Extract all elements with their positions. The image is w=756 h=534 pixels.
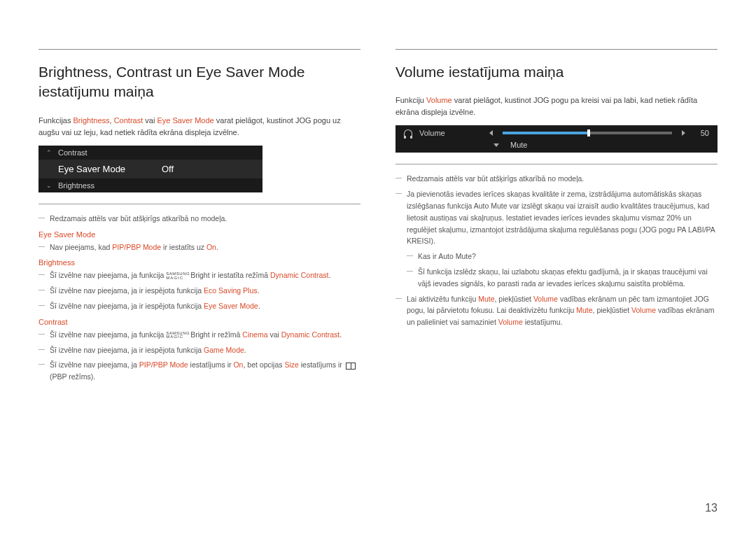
osd-main-value: Off <box>162 164 174 174</box>
chevron-down-icon: ⌄ <box>46 182 52 189</box>
volume-slider <box>503 132 672 134</box>
subhead-brightness: Brightness <box>38 258 360 267</box>
osd-bottom-label: Brightness <box>58 181 156 190</box>
note-brightness-1: Šī izvēlne nav pieejama, ja funkcija SAM… <box>38 269 360 281</box>
note-brightness-3: Šī izvēlne nav pieejama, ja ir iespējota… <box>38 300 360 312</box>
triangle-left-icon <box>489 130 493 136</box>
left-column: Brightness, Contrast un Eye Saver Mode i… <box>38 49 360 386</box>
subhead-contrast: Contrast <box>38 318 360 326</box>
note-model-vary-left: Redzamais attēls var būt atšķirīgs atkar… <box>38 213 360 225</box>
right-intro: Funkciju Volume varat pielāgot, kustinot… <box>396 94 718 118</box>
note-auto-mute-q: Kas ir Auto Mute? <box>407 251 718 262</box>
mute-row: Mute <box>396 141 718 153</box>
volume-fill <box>503 132 587 134</box>
note-eyesaver-1: Nav pieejams, kad PIP/PBP Mode ir iestat… <box>38 241 360 253</box>
triangle-right-icon <box>682 130 685 136</box>
osd-main-label: Eye Saver Mode <box>58 164 156 174</box>
osd-row-brightness: ⌄ Brightness <box>38 178 262 192</box>
samsung-magic-icon: SAMSUNGMAGIC <box>166 332 190 339</box>
samsung-magic-icon: SAMSUNGMAGIC <box>166 272 190 280</box>
note-auto-mute-desc: Šī funkcija izslēdz skaņu, lai uzlabotu … <box>407 266 718 290</box>
osd-top-label: Contrast <box>58 148 156 157</box>
volume-row: Volume 50 <box>396 125 718 141</box>
note-contrast-2: Šī izvēlne nav pieejama, ja ir iespējota… <box>38 344 360 356</box>
separator <box>38 204 360 204</box>
osd-row-eye-saver: Eye Saver Mode Off <box>38 160 262 178</box>
triangle-down-icon <box>493 143 499 147</box>
mute-label: Mute <box>510 141 527 149</box>
headphone-icon <box>404 129 412 136</box>
volume-label: Volume <box>419 129 482 137</box>
osd-volume-panel: Volume 50 Mute <box>396 125 718 153</box>
left-intro: Funkcijas Brightness, Contrast vai Eye S… <box>38 115 360 139</box>
osd-row-contrast: ⌃ Contrast <box>38 146 262 160</box>
right-heading: Volume iestatījuma maiņa <box>396 62 718 82</box>
note-model-vary-right: Redzamais attēls var būt atšķirīgs atkar… <box>396 173 718 185</box>
note-auto-mute: Ja pievienotās ievades ierīces skaņas kv… <box>396 188 718 247</box>
note-brightness-2: Šī izvēlne nav pieejama, ja ir iespējota… <box>38 285 360 297</box>
note-contrast-1: Šī izvēlne nav pieejama, ja funkcija SAM… <box>38 329 360 341</box>
subhead-eyesaver: Eye Saver Mode <box>38 230 360 239</box>
right-column: Volume iestatījuma maiņa Funkciju Volume… <box>396 49 718 386</box>
pbp-icon <box>346 363 356 370</box>
note-mute-activate: Lai aktivizētu funkciju Mute, piekļūstie… <box>396 293 718 328</box>
note-contrast-3: Šī izvēlne nav pieejama, ja PIP/PBP Mode… <box>38 359 360 383</box>
osd-brightness-panel: ⌃ Contrast Eye Saver Mode Off ⌄ Brightne… <box>38 146 262 192</box>
page-number: 13 <box>705 502 718 514</box>
volume-value: 50 <box>692 129 709 137</box>
chevron-up-icon: ⌃ <box>46 149 52 156</box>
volume-handle <box>587 129 590 136</box>
left-heading: Brightness, Contrast un Eye Saver Mode i… <box>38 62 360 102</box>
separator <box>396 164 718 164</box>
document-page: Brightness, Contrast un Eye Saver Mode i… <box>0 0 756 414</box>
